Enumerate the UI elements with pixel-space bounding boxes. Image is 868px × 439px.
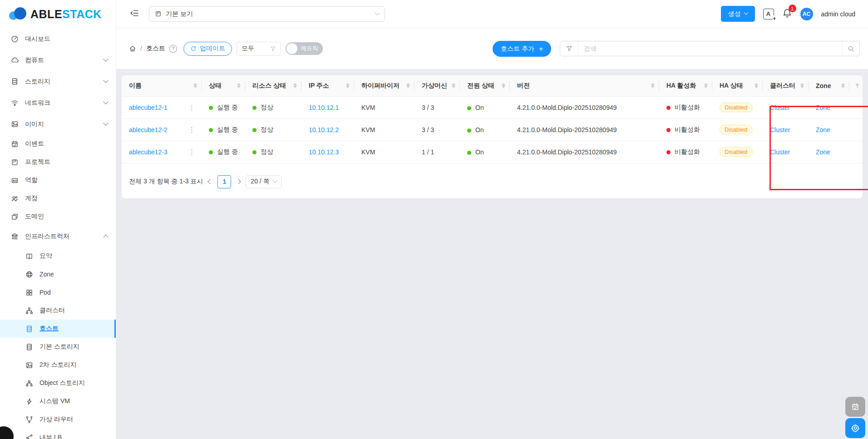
- zone-link[interactable]: Zone: [816, 104, 830, 111]
- add-host-button[interactable]: 호스트 추가 +: [493, 41, 551, 57]
- sidebar-item-secondary-storage[interactable]: 2차 스토리지: [0, 356, 116, 374]
- brand-logo[interactable]: ABLESTACK: [0, 0, 116, 28]
- sidebar-item-infrastructure[interactable]: 인프라스트럭처: [0, 226, 116, 247]
- status-dot-green: [252, 128, 256, 132]
- sidebar-item-virtual-router[interactable]: 가상 라우터: [0, 410, 116, 429]
- sidebar-item-summary[interactable]: 요약: [0, 247, 116, 265]
- sidebar-item-roles[interactable]: 역할: [0, 171, 116, 189]
- ha-state-badge: Disabled: [720, 103, 753, 112]
- ha-state-badge: Disabled: [720, 147, 753, 157]
- col-instances[interactable]: 가상머신: [414, 75, 460, 96]
- avatar[interactable]: AC: [800, 8, 813, 20]
- host-ip-link[interactable]: 10.10.12.3: [309, 148, 339, 156]
- sidebar-item-accounts[interactable]: 계정: [0, 189, 116, 207]
- sort-icon: [193, 83, 197, 88]
- search-submit-button[interactable]: [842, 41, 859, 56]
- filter-select[interactable]: 모두: [237, 42, 281, 56]
- col-ip[interactable]: IP 주소: [301, 75, 354, 96]
- page-size-value: 20 / 쪽: [251, 178, 269, 186]
- page-size-select[interactable]: 20 / 쪽: [246, 175, 281, 188]
- col-power-state[interactable]: 전원 상태: [460, 75, 510, 96]
- project-icon: [11, 158, 19, 166]
- chevron-down-icon: [103, 99, 108, 104]
- row-kebab-menu[interactable]: ⋮: [188, 104, 195, 112]
- host-name-link[interactable]: ablecube12-2: [129, 126, 168, 133]
- update-button[interactable]: 업데이트: [183, 42, 232, 56]
- col-ha-enable[interactable]: HA 활성화: [659, 75, 712, 96]
- sort-icon: [406, 83, 410, 88]
- status-dot-red: [666, 128, 671, 132]
- instances-cell: 1 / 1: [414, 141, 460, 163]
- sidebar-item-object-storage[interactable]: Object 스토리지: [0, 374, 116, 392]
- chevron-down-icon: [103, 120, 108, 125]
- help-icon[interactable]: ?: [169, 45, 177, 53]
- cluster-link[interactable]: Cluster: [770, 126, 790, 133]
- power-state-cell: On: [460, 96, 510, 118]
- sidebar-item-network[interactable]: 네트워크: [0, 92, 116, 113]
- sidebar-item-domains[interactable]: 도메인: [0, 207, 116, 226]
- status-dot-green: [252, 150, 256, 154]
- notifications-button[interactable]: 1: [782, 8, 792, 20]
- sidebar-item-zone[interactable]: Zone: [0, 265, 116, 283]
- sidebar-item-system-vm[interactable]: 시스템 VM: [0, 392, 116, 410]
- share-icon: [25, 434, 33, 439]
- host-ip-link[interactable]: 10.10.12.1: [309, 104, 339, 111]
- status-dot-green: [209, 128, 213, 132]
- sidebar-item-events[interactable]: 이벤트: [0, 135, 116, 153]
- col-hypervisor[interactable]: 하이퍼바이저: [354, 75, 414, 96]
- row-kebab-menu[interactable]: ⋮: [188, 148, 195, 156]
- cluster-link[interactable]: Cluster: [770, 148, 790, 156]
- funnel-icon: [566, 45, 572, 52]
- col-name[interactable]: 이름: [122, 75, 202, 96]
- sidebar-item-compute[interactable]: 컴퓨트: [0, 49, 116, 71]
- col-status[interactable]: 상태: [202, 75, 245, 96]
- page-number[interactable]: 1: [217, 175, 231, 188]
- col-resource-state[interactable]: 리소스 상태: [245, 75, 301, 96]
- sidebar-item-primary-storage[interactable]: 기본 스토리지: [0, 338, 116, 356]
- search-icon: [848, 45, 854, 52]
- metric-toggle[interactable]: 메트릭: [286, 42, 323, 55]
- sidebar-item-images[interactable]: 이미지: [0, 113, 116, 135]
- host-ip-link[interactable]: 10.10.12.2: [309, 126, 339, 133]
- zone-link[interactable]: Zone: [816, 148, 830, 156]
- cluster-link[interactable]: Cluster: [770, 104, 790, 111]
- create-button[interactable]: 생성: [721, 6, 755, 22]
- search-filter-button[interactable]: [560, 41, 578, 56]
- sidebar-item-hosts[interactable]: 호스트: [0, 320, 116, 338]
- home-icon[interactable]: [129, 45, 136, 52]
- search-input[interactable]: [578, 41, 842, 56]
- view-icon: [155, 10, 162, 17]
- row-kebab-menu[interactable]: ⋮: [188, 126, 195, 134]
- next-page-button[interactable]: [236, 180, 241, 183]
- host-name-link[interactable]: ablecube12-3: [129, 148, 168, 156]
- appstore-icon: [25, 289, 33, 296]
- sidebar-item-pod[interactable]: Pod: [0, 283, 116, 301]
- breadcrumb-current[interactable]: 호스트: [146, 44, 165, 53]
- user-name[interactable]: admin cloud: [821, 10, 856, 18]
- sidebar-item-storage[interactable]: 스토리지: [0, 71, 116, 92]
- sidebar-item-internal-lb[interactable]: 내부 LB: [0, 429, 116, 439]
- sidebar-item-cluster[interactable]: 클러스터: [0, 301, 116, 320]
- hosts-table-card: 이름 상태 리소스 상태 IP 주소 하이퍼바이저 가상머신 전원 상태 버전 …: [122, 75, 863, 198]
- col-filter[interactable]: [849, 75, 863, 96]
- status-dot-green: [467, 106, 471, 110]
- translate-icon[interactable]: A: [763, 9, 774, 20]
- sidebar-item-dashboard[interactable]: 대시보드: [0, 28, 116, 49]
- gear-icon: [851, 424, 860, 433]
- view-select[interactable]: 기본 보기: [149, 6, 385, 22]
- col-ha-state[interactable]: HA 상태: [712, 75, 763, 96]
- col-version[interactable]: 버전: [510, 75, 659, 96]
- menu-fold-icon[interactable]: [130, 9, 139, 19]
- col-zone[interactable]: Zone: [809, 75, 849, 96]
- prev-page-button[interactable]: [207, 180, 213, 183]
- event-log-float-button[interactable]: [845, 397, 865, 417]
- zone-link[interactable]: Zone: [816, 126, 830, 133]
- server-icon: [11, 78, 19, 85]
- power-state-cell: On: [460, 118, 510, 141]
- col-cluster[interactable]: 클러스터: [763, 75, 809, 96]
- host-name-link[interactable]: ablecube12-1: [129, 104, 168, 111]
- sidebar-item-projects[interactable]: 프로젝트: [0, 153, 116, 171]
- table-row: ablecube12-2⋮ 실행 중 정상 10.10.12.2 KVM 3 /…: [122, 118, 863, 141]
- cloud-logo-icon: [8, 7, 27, 21]
- settings-float-button[interactable]: [845, 418, 865, 438]
